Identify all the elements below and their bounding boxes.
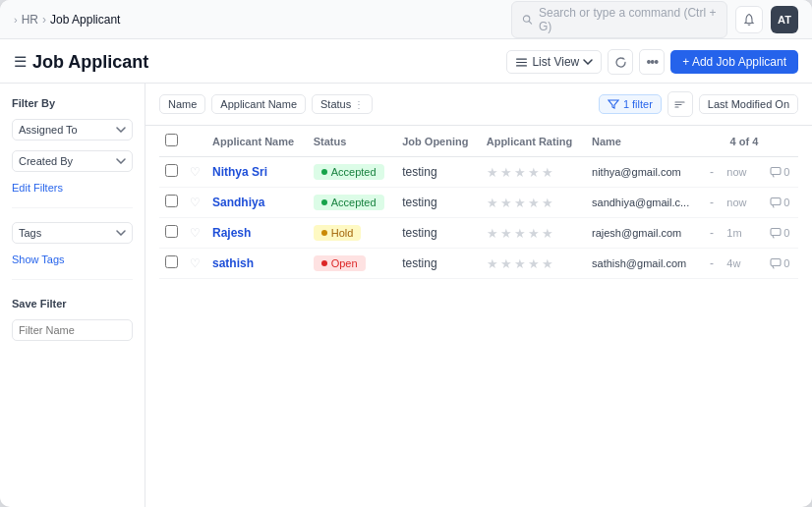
rating-stars[interactable]: ★★★★★ bbox=[487, 196, 580, 210]
name-column-pill[interactable]: Name bbox=[159, 94, 205, 114]
created-by-select[interactable]: Created By bbox=[12, 150, 133, 172]
star-icon[interactable]: ★ bbox=[542, 226, 553, 241]
comment-cell: 0 bbox=[764, 218, 798, 249]
main-content: Filter By Assigned To Created By Edit Fi… bbox=[0, 84, 812, 507]
last-modified-button[interactable]: Last Modified On bbox=[699, 94, 798, 114]
more-dots-icon: ••• bbox=[646, 54, 658, 70]
filter-count-label: 1 filter bbox=[623, 98, 653, 110]
breadcrumb-sep: › bbox=[42, 13, 46, 27]
dash-cell: - bbox=[704, 188, 721, 218]
menu-icon[interactable]: ☰ bbox=[14, 53, 27, 71]
show-tags-link[interactable]: Show Tags bbox=[12, 254, 133, 265]
time-cell: now bbox=[721, 157, 764, 188]
favorite-icon[interactable]: ♡ bbox=[190, 165, 201, 179]
time-cell: 4w bbox=[721, 249, 764, 279]
star-icon[interactable]: ★ bbox=[542, 165, 553, 180]
star-icon[interactable]: ★ bbox=[528, 196, 540, 210]
assigned-to-filter: Assigned To bbox=[12, 119, 133, 141]
applicant-rating-cell: ★★★★★ bbox=[481, 157, 586, 188]
breadcrumb-current: Job Applicant bbox=[50, 13, 120, 27]
star-icon[interactable]: ★ bbox=[487, 226, 498, 241]
filter-name-input[interactable] bbox=[12, 319, 133, 341]
star-icon[interactable]: ★ bbox=[487, 256, 498, 271]
comment-icon bbox=[770, 197, 782, 208]
select-all-header bbox=[159, 126, 184, 157]
applicant-name-cell[interactable]: sathish bbox=[206, 249, 308, 279]
status-cell: Open bbox=[308, 249, 397, 279]
svg-rect-8 bbox=[771, 168, 781, 175]
svg-line-11 bbox=[773, 205, 774, 207]
refresh-button[interactable] bbox=[608, 49, 633, 75]
row-checkbox[interactable] bbox=[165, 255, 178, 268]
row-checkbox[interactable] bbox=[165, 225, 178, 238]
applicant-name-cell[interactable]: Sandhiya bbox=[206, 188, 308, 218]
table-row: ♡ sathish Open testing ★★★★★ sathish@gma… bbox=[159, 249, 798, 279]
svg-rect-12 bbox=[771, 229, 781, 236]
star-icon[interactable]: ★ bbox=[500, 196, 512, 210]
star-icon[interactable]: ★ bbox=[514, 165, 526, 180]
avatar[interactable]: AT bbox=[771, 6, 798, 33]
table-row: ♡ Sandhiya Accepted testing ★★★★★ sandhi… bbox=[159, 188, 798, 218]
edit-filters-link[interactable]: Edit Filters bbox=[12, 182, 133, 194]
add-job-applicant-button[interactable]: + Add Job Applicant bbox=[670, 50, 798, 74]
save-filter-label: Save Filter bbox=[12, 298, 133, 310]
breadcrumb: › HR › Job Applicant bbox=[14, 13, 120, 27]
more-options-button[interactable]: ••• bbox=[639, 49, 665, 75]
rating-stars[interactable]: ★★★★★ bbox=[487, 165, 580, 180]
fav-header bbox=[184, 126, 206, 157]
page-title: Job Applicant bbox=[32, 52, 148, 73]
star-icon[interactable]: ★ bbox=[514, 256, 526, 271]
row-checkbox[interactable] bbox=[165, 195, 178, 207]
sidebar: Filter By Assigned To Created By Edit Fi… bbox=[0, 84, 145, 507]
status-header: Status bbox=[308, 126, 397, 157]
star-icon[interactable]: ★ bbox=[514, 196, 526, 210]
rating-stars[interactable]: ★★★★★ bbox=[487, 226, 580, 241]
status-dot-icon bbox=[321, 260, 327, 266]
star-icon[interactable]: ★ bbox=[487, 196, 498, 210]
svg-rect-10 bbox=[771, 198, 781, 205]
star-icon[interactable]: ★ bbox=[528, 226, 540, 241]
tags-select[interactable]: Tags bbox=[12, 222, 133, 244]
star-icon[interactable]: ★ bbox=[500, 226, 512, 241]
star-icon[interactable]: ★ bbox=[500, 165, 512, 180]
status-cell: Accepted bbox=[308, 157, 397, 188]
row-checkbox-cell bbox=[159, 249, 184, 279]
table-toolbar-right: 1 filter Last Modified On bbox=[599, 91, 798, 117]
status-cell: Hold bbox=[308, 218, 397, 249]
email-cell: sandhiya@gmail.c... bbox=[586, 188, 704, 218]
job-opening-cell: testing bbox=[396, 218, 481, 249]
applicant-name-value: Nithya Sri bbox=[212, 165, 267, 179]
rating-stars[interactable]: ★★★★★ bbox=[487, 256, 580, 271]
svg-rect-3 bbox=[516, 61, 527, 62]
search-bar[interactable]: Search or type a command (Ctrl + G) bbox=[511, 1, 727, 38]
star-icon[interactable]: ★ bbox=[542, 256, 553, 271]
applicant-name-cell[interactable]: Rajesh bbox=[206, 218, 308, 249]
list-view-button[interactable]: List View bbox=[506, 50, 602, 74]
favorite-icon[interactable]: ♡ bbox=[190, 226, 201, 240]
assigned-to-select[interactable]: Assigned To bbox=[12, 119, 133, 141]
dash-cell: - bbox=[704, 249, 721, 279]
star-icon[interactable]: ★ bbox=[487, 165, 498, 180]
star-icon[interactable]: ★ bbox=[528, 256, 540, 271]
row-checkbox-cell bbox=[159, 157, 184, 188]
select-all-checkbox[interactable] bbox=[165, 134, 178, 146]
fav-cell: ♡ bbox=[184, 188, 206, 218]
applicant-name-cell[interactable]: Nithya Sri bbox=[206, 157, 308, 188]
row-checkbox[interactable] bbox=[165, 164, 178, 177]
star-icon[interactable]: ★ bbox=[528, 165, 540, 180]
favorite-icon[interactable]: ♡ bbox=[190, 196, 201, 209]
star-icon[interactable]: ★ bbox=[542, 196, 553, 210]
star-icon[interactable]: ★ bbox=[514, 226, 526, 241]
svg-line-1 bbox=[529, 21, 531, 23]
time-value: 4w bbox=[726, 257, 740, 269]
applicant-name-column-pill[interactable]: Applicant Name bbox=[211, 94, 306, 114]
status-column-pill[interactable]: Status ⋮ bbox=[312, 94, 373, 114]
filter-button[interactable]: 1 filter bbox=[599, 94, 662, 114]
star-icon[interactable]: ★ bbox=[500, 256, 512, 271]
applicant-name-value: Rajesh bbox=[212, 226, 251, 240]
filter-icon bbox=[608, 98, 619, 110]
topbar: › HR › Job Applicant Search or type a co… bbox=[0, 0, 812, 39]
favorite-icon[interactable]: ♡ bbox=[190, 256, 201, 270]
sort-button[interactable] bbox=[667, 91, 693, 117]
bell-button[interactable] bbox=[735, 6, 763, 33]
